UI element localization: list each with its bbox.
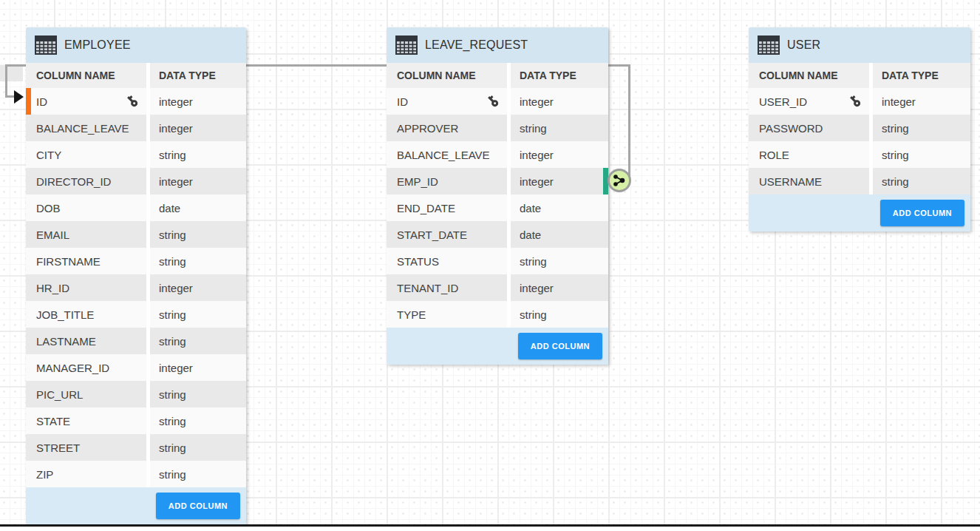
table-row[interactable]: START_DATE date [387,221,608,248]
data-type-cell: string [150,381,246,407]
column-name-cell: CITY [26,141,146,168]
table-row[interactable]: CITY string [26,141,246,168]
add-column-button[interactable]: ADD COLUMN [518,333,602,359]
data-type-text: date [159,202,180,214]
data-type-text: string [882,175,909,188]
column-name-cell: USERNAME [749,168,869,195]
table-row[interactable]: BALANCE_LEAVE integer [387,141,608,168]
data-type-cell: date [511,221,608,248]
relationship-connector-handle[interactable] [608,169,631,192]
table-row[interactable]: ID integer [26,88,246,115]
data-type-cell: integer [150,274,246,301]
data-type-text: string [159,442,186,454]
column-name-cell: HR_ID [26,274,146,301]
relationship-line-left[interactable] [5,64,7,98]
column-name-text: USER_ID [759,95,807,108]
column-name-text: DOB [36,202,61,214]
table-row[interactable]: MANAGER_ID integer [26,354,246,381]
data-type-cell: date [150,195,246,221]
table-row[interactable]: BALANCE_LEAVE integer [26,115,246,141]
table-row[interactable]: USERNAME string [749,168,970,195]
data-type-text: integer [520,282,554,294]
table-row[interactable]: END_DATE date [387,195,608,221]
table-row[interactable]: EMAIL string [26,221,246,248]
column-header-row: COLUMN NAME DATA TYPE [387,63,608,88]
table-header[interactable]: LEAVE_REQUEST [387,27,608,63]
table-row[interactable]: APPROVER string [387,115,608,141]
data-type-text: string [159,415,186,427]
column-name-cell: STATE [26,407,146,434]
data-type-cell: string [150,301,246,328]
data-type-text: integer [520,175,554,188]
data-type-text: string [159,308,186,321]
data-type-text: string [159,388,186,401]
table-header[interactable]: EMPLOYEE [26,27,246,63]
data-type-text: string [520,255,547,268]
table-row[interactable]: STATE string [26,407,246,434]
data-type-text: string [159,468,186,481]
column-name-cell: BALANCE_LEAVE [26,115,146,141]
data-type-text: integer [159,282,193,294]
column-name-cell: APPROVER [387,115,507,141]
data-type-cell: integer [511,88,608,115]
column-name-cell: BALANCE_LEAVE [387,141,507,168]
data-type-text: string [520,122,547,135]
column-name-cell: TENANT_ID [387,274,507,301]
data-type-text: integer [520,149,554,161]
column-name-text: ZIP [36,468,53,481]
data-type-cell: string [873,115,970,141]
column-name-text: HR_ID [36,282,69,294]
table-row[interactable]: FIRSTNAME string [26,248,246,274]
column-name-header: COLUMN NAME [387,63,507,88]
table-row[interactable]: JOB_TITLE string [26,301,246,328]
column-name-cell: LASTNAME [26,328,146,354]
table-grid-icon [395,35,418,55]
data-type-text: integer [520,95,554,108]
relationship-arrow-icon [14,90,24,104]
table-row[interactable]: PASSWORD string [749,115,970,141]
data-type-cell: integer [511,274,608,301]
table-row[interactable]: DIRECTOR_ID integer [26,168,246,195]
table-row[interactable]: USER_ID integer [749,88,970,115]
column-name-text: ROLE [759,149,789,161]
table-row[interactable]: LASTNAME string [26,328,246,354]
data-type-text: integer [882,95,916,108]
column-name-cell: PASSWORD [749,115,869,141]
add-column-button[interactable]: ADD COLUMN [156,493,240,519]
table-header[interactable]: USER [749,27,970,63]
data-type-cell: string [150,141,246,168]
table-row[interactable]: HR_ID integer [26,274,246,301]
table-row[interactable]: ID integer [387,88,608,115]
column-name-text: EMAIL [36,229,69,241]
data-type-cell: string [150,407,246,434]
column-name-cell: USER_ID [749,88,869,115]
table-row[interactable]: STATUS string [387,248,608,274]
data-type-cell: integer [150,168,246,195]
table-row[interactable]: DOB date [26,195,246,221]
add-column-button[interactable]: ADD COLUMN [880,200,964,226]
table-row[interactable]: EMP_ID integer [387,168,608,195]
column-name-cell: JOB_TITLE [26,301,146,328]
data-type-cell: integer [150,354,246,381]
column-name-text: BALANCE_LEAVE [36,122,129,135]
column-name-text: LASTNAME [36,335,96,348]
column-name-cell: ZIP [26,461,146,487]
table-row[interactable]: ZIP string [26,461,246,487]
column-name-cell: TYPE [387,301,507,328]
table-row[interactable]: TYPE string [387,301,608,328]
data-type-cell: string [150,461,246,487]
column-name-cell: DOB [26,195,146,221]
column-name-text: USERNAME [759,175,822,188]
data-type-cell: string [150,434,246,461]
primary-key-icon [486,95,500,108]
table-footer: ADD COLUMN [26,487,246,524]
diagram-canvas[interactable]: EMPLOYEE COLUMN NAME DATA TYPE ID intege… [0,0,980,531]
table-row[interactable]: PIC_URL string [26,381,246,407]
data-type-cell: string [873,168,970,195]
offscreen-table-fragment [0,65,23,81]
column-name-text: ID [397,95,408,108]
table-row[interactable]: STREET string [26,434,246,461]
relationship-line-right[interactable] [628,64,630,181]
table-row[interactable]: TENANT_ID integer [387,274,608,301]
table-row[interactable]: ROLE string [749,141,970,168]
